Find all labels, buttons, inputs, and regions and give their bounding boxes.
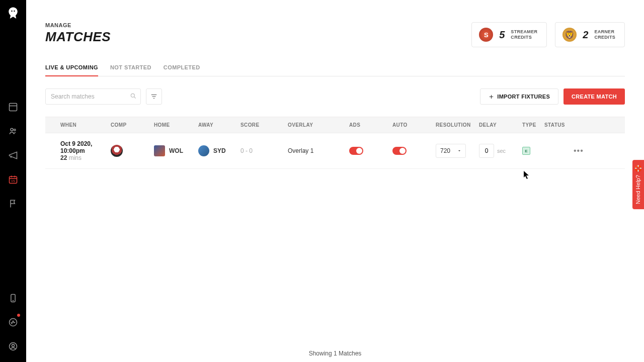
sidebar: VS: [0, 0, 26, 362]
nav-item-matches[interactable]: VS: [0, 169, 26, 190]
auto-toggle[interactable]: [392, 147, 407, 155]
nav-item-mobile[interactable]: [0, 288, 26, 309]
svg-point-10: [131, 94, 134, 97]
earner-credits-card[interactable]: 🦁 2 EARNERCREDITS: [555, 22, 625, 47]
away-team-logo-icon: [198, 145, 209, 156]
delay-input[interactable]: [479, 144, 494, 158]
home-team-code: WOL: [169, 147, 183, 154]
streamer-badge-icon: S: [479, 28, 493, 42]
svg-text:VS: VS: [11, 179, 15, 183]
th-delay: DELAY: [479, 122, 522, 128]
competition-logo-icon: [111, 145, 123, 157]
create-match-button[interactable]: CREATE MATCH: [564, 88, 625, 105]
th-auto: AUTO: [392, 122, 436, 128]
table-row[interactable]: Oct 9 2020, 10:00pm 22 mins WOL SYD: [45, 133, 625, 169]
streamer-credits-count: 5: [499, 29, 505, 41]
page-eyebrow: MANAGE: [45, 22, 111, 28]
help-tab[interactable]: Need Help? 🛟: [632, 160, 644, 209]
match-datetime: Oct 9 2020, 10:00pm: [60, 140, 111, 154]
matches-table: WHEN COMP HOME AWAY SCORE OVERLAY ADS AU…: [45, 117, 625, 169]
th-status: STATUS: [544, 122, 574, 128]
svg-point-6: [13, 301, 14, 301]
notification-dot: [17, 314, 20, 317]
overlay-name[interactable]: Overlay 1: [288, 147, 349, 154]
streamer-credits-label: STREAMERCREDITS: [511, 29, 537, 40]
match-score: 0 - 0: [240, 147, 288, 154]
app-logo: [6, 6, 21, 21]
earner-credits-label: EARNERCREDITS: [594, 29, 615, 40]
row-more-button[interactable]: •••: [574, 146, 584, 155]
svg-rect-0: [10, 104, 17, 111]
nav-item-people[interactable]: [0, 121, 26, 142]
earner-badge-icon: 🦁: [562, 28, 577, 42]
svg-point-7: [10, 319, 17, 326]
search-input[interactable]: [45, 88, 141, 105]
nav-item-dashboard[interactable]: [0, 97, 26, 118]
nav-item-account[interactable]: [0, 336, 26, 357]
svg-point-2: [14, 129, 16, 131]
page-title: MATCHES: [45, 29, 111, 45]
plus-icon: [489, 94, 494, 100]
tabs: LIVE & UPCOMING NOT STARTED COMPLETED: [45, 59, 625, 76]
help-icon: 🛟: [634, 165, 642, 172]
filter-button[interactable]: [146, 88, 162, 105]
nav-item-broadcast[interactable]: [0, 145, 26, 166]
search-icon: [130, 93, 137, 102]
chevron-down-icon: [457, 149, 461, 153]
tab-not-started[interactable]: NOT STARTED: [110, 59, 151, 76]
main-content: MANAGE MATCHES S 5 STREAMERCREDITS 🦁: [26, 0, 644, 362]
nav-item-activity[interactable]: [0, 312, 26, 333]
svg-point-9: [12, 344, 15, 347]
th-home: HOME: [154, 122, 198, 128]
tab-live-upcoming[interactable]: LIVE & UPCOMING: [45, 59, 98, 76]
match-relative-time: 22 mins: [60, 154, 111, 161]
th-type: TYPE: [522, 122, 544, 128]
resolution-select[interactable]: 720: [436, 144, 466, 158]
delay-unit-label: sec: [497, 148, 506, 154]
th-score: SCORE: [240, 122, 288, 128]
th-when: WHEN: [45, 122, 111, 128]
th-comp: COMP: [111, 122, 154, 128]
import-fixtures-button[interactable]: IMPORT FIXTURES: [480, 88, 558, 105]
home-team-logo-icon: [154, 145, 165, 156]
earner-credits-count: 2: [583, 29, 588, 41]
away-team-code: SYD: [213, 147, 226, 154]
streamer-credits-card[interactable]: S 5 STREAMERCREDITS: [471, 22, 547, 47]
th-away: AWAY: [198, 122, 240, 128]
results-count: Showing 1 Matches: [26, 350, 644, 357]
type-badge: E: [522, 147, 530, 155]
th-overlay: OVERLAY: [288, 122, 349, 128]
ads-toggle[interactable]: [349, 147, 363, 155]
nav-item-flag[interactable]: [0, 193, 26, 214]
table-header: WHEN COMP HOME AWAY SCORE OVERLAY ADS AU…: [45, 117, 625, 133]
th-resolution: RESOLUTION: [436, 122, 479, 128]
th-ads: ADS: [349, 122, 392, 128]
svg-point-1: [11, 128, 13, 131]
tab-completed[interactable]: COMPLETED: [164, 59, 200, 76]
